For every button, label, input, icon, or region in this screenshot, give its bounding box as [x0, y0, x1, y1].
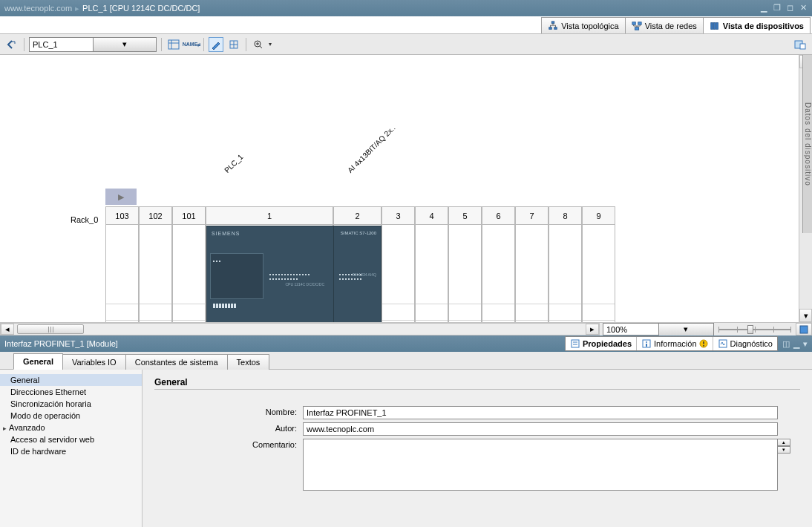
minimize-icon[interactable]: ▁	[759, 4, 767, 13]
pane-expand-icon[interactable]: ▾	[803, 339, 808, 349]
rack-slot[interactable]	[172, 225, 206, 322]
rack-slot[interactable]	[549, 225, 582, 322]
svg-rect-6	[711, 22, 713, 29]
plc-brand: SIEMENS	[212, 231, 240, 236]
device-selector-value: PLC_1	[30, 40, 93, 49]
zoom-select[interactable]: 100% ▾	[603, 323, 714, 335]
network-icon	[632, 21, 642, 31]
breadcrumb-domain: www.tecnoplc.com	[4, 4, 72, 13]
author-input[interactable]	[303, 422, 778, 436]
tab-network[interactable]: Vista de redes	[625, 17, 704, 33]
scroll-left-icon[interactable]: ◂	[1, 324, 14, 335]
nav-advanced[interactable]: Avanzado	[0, 422, 142, 433]
properties-body: General Direcciones Ethernet Sincronizac…	[0, 370, 812, 527]
pane-split-icon[interactable]: ◫	[782, 339, 790, 349]
sep	[24, 38, 24, 51]
module2-label: AI 4x13BIT/AQ 2x..	[346, 124, 396, 174]
nav-ethernet[interactable]: Direcciones Ethernet	[0, 386, 142, 398]
svg-rect-9	[168, 40, 179, 49]
slot-header[interactable]: 102	[139, 206, 172, 225]
tab-topology[interactable]: Vista topológica	[541, 17, 625, 33]
comment-textarea[interactable]	[303, 439, 778, 491]
device-selector[interactable]: PLC_1 ▾	[29, 37, 157, 52]
maximize-icon[interactable]: ◻	[786, 4, 794, 13]
name-label: Nombre:	[154, 406, 303, 416]
scroll-down-icon[interactable]: ▾	[799, 309, 812, 322]
diagnostics-icon	[718, 338, 728, 349]
device-canvas[interactable]: PLC_1 AI 4x13BIT/AQ 2x.. ▶ Rack_0 103 10…	[0, 55, 799, 322]
rack-slot[interactable]	[582, 225, 615, 322]
slot-header[interactable]: 6	[482, 206, 515, 225]
slot-header[interactable]: 2	[333, 206, 382, 225]
scroll-right-icon[interactable]: ▸	[586, 324, 599, 335]
tool-pen-icon[interactable]	[209, 37, 223, 52]
sep	[161, 38, 162, 51]
svg-rect-0	[551, 21, 554, 23]
horizontal-scrollbar[interactable]: ◂ ▸	[0, 323, 600, 335]
svg-point-17	[646, 341, 647, 343]
svg-rect-14	[800, 326, 808, 333]
titlebar: www.tecnoplc.com ▸ PLC_1 [CPU 1214C DC/D…	[0, 0, 812, 16]
warning-icon	[699, 339, 708, 348]
back-icon[interactable]	[4, 37, 19, 52]
tool-catalog-icon[interactable]	[793, 37, 808, 52]
cattab-io[interactable]: Variables IO	[62, 354, 126, 370]
tab-info[interactable]: Información	[637, 337, 713, 350]
slot-header[interactable]: 5	[448, 206, 482, 225]
nav-general[interactable]: General	[0, 374, 142, 386]
rack-slot[interactable]	[415, 225, 448, 322]
slot-header[interactable]: 103	[105, 206, 139, 225]
name-input[interactable]	[303, 406, 778, 419]
nav-webserver[interactable]: Acceso al servidor web	[0, 433, 142, 445]
nav-sync[interactable]: Sincronización horaria	[0, 398, 142, 410]
zoom-dropdown-arrow[interactable]: ▾	[269, 41, 272, 48]
plc-module[interactable]: SIEMENS SIMATIC S7-1200 CPU 1214C DC/DC/…	[206, 226, 382, 322]
tab-diagnostics[interactable]: Diagnóstico	[713, 337, 777, 350]
rack-slot[interactable]	[139, 225, 172, 322]
rack-slot[interactable]	[105, 225, 139, 322]
slot-header[interactable]: 3	[382, 206, 415, 225]
form-heading: General	[154, 377, 800, 390]
side-panel-tab[interactable]: Datos del dispositivo	[802, 55, 812, 233]
slot-header[interactable]: 8	[549, 206, 582, 225]
slot-header[interactable]: 101	[172, 206, 206, 225]
close-icon[interactable]: ✕	[799, 4, 808, 13]
nav-hwid[interactable]: ID de hardware	[0, 445, 142, 457]
scrollbar-thumb[interactable]	[17, 324, 84, 334]
tab-device[interactable]: Vista de dispositivos	[703, 17, 811, 33]
rack-slot[interactable]	[482, 225, 515, 322]
author-label: Autor:	[154, 422, 303, 433]
tool-zoom-icon[interactable]	[251, 37, 266, 52]
slot-header[interactable]: 7	[515, 206, 549, 225]
pane-minimize-icon[interactable]: ▁	[793, 339, 799, 349]
tab-info-label: Información	[654, 339, 696, 348]
nav-mode[interactable]: Modo de operación	[0, 410, 142, 422]
svg-rect-8	[716, 22, 718, 29]
tab-properties[interactable]: Propiedades	[566, 337, 637, 350]
zoom-slider[interactable]	[714, 323, 796, 335]
textarea-down-icon[interactable]: ▾	[777, 446, 790, 454]
tool-name-icon[interactable]: NAME⇄	[184, 37, 199, 52]
svg-rect-1	[549, 27, 552, 29]
rack-slot[interactable]	[515, 225, 549, 322]
restore-icon[interactable]: ❐	[773, 4, 781, 13]
zoom-fit-icon[interactable]	[796, 323, 812, 335]
plc-series: SIMATIC S7-1200	[341, 231, 376, 235]
slider-knob[interactable]	[747, 325, 753, 334]
cattab-general[interactable]: General	[13, 353, 63, 370]
chevron-down-icon[interactable]: ▾	[658, 324, 714, 335]
tool-grid-icon[interactable]	[226, 37, 241, 52]
slot-header[interactable]: 9	[582, 206, 615, 225]
chevron-down-icon[interactable]: ▾	[93, 38, 157, 51]
rack-slot[interactable]	[448, 225, 482, 322]
textarea-up-icon[interactable]: ▴	[777, 439, 790, 446]
slot-header[interactable]: 4	[415, 206, 448, 225]
cattab-texts[interactable]: Textos	[227, 354, 270, 370]
cattab-const[interactable]: Constantes de sistema	[125, 354, 228, 370]
svg-rect-13	[800, 44, 805, 49]
rack-slot[interactable]	[382, 225, 415, 322]
nav-arrow-icon[interactable]: ▶	[105, 189, 137, 205]
tool-overview-icon[interactable]	[166, 37, 181, 52]
slot-header[interactable]: 1	[206, 206, 333, 225]
svg-rect-4	[638, 22, 641, 24]
